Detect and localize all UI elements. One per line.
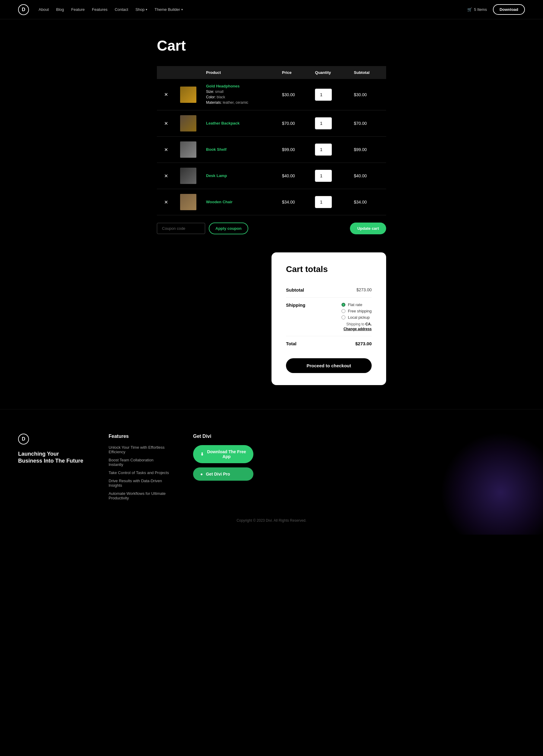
shipping-flat-rate[interactable]: Flat rate [342, 302, 372, 307]
product-image [180, 168, 196, 184]
copyright-text: Copyright © 2023 Divi. All Rights Reserv… [236, 518, 307, 523]
footer-logo: D [18, 434, 29, 444]
product-image [180, 87, 196, 103]
footer-get-divi-col: Get Divi ⬇ Download The Free App ● Get D… [193, 434, 253, 500]
cart-table-body: ✕Gold HeadphonesSize: smallColor: blackM… [157, 79, 386, 215]
nav-shop-dropdown[interactable]: Shop [135, 7, 147, 12]
footer-get-divi-title: Get Divi [193, 434, 253, 439]
table-row: ✕Wooden Chair$34.00$34.00 [157, 189, 386, 215]
nav-blog[interactable]: Blog [56, 7, 64, 12]
footer-feature-link[interactable]: Automate Workflows for Ultimate Producti… [109, 491, 169, 500]
subtotal-label: Subtotal [286, 287, 304, 293]
nav-about[interactable]: About [39, 7, 49, 12]
product-subtotal: $99.00 [349, 137, 386, 163]
shipping-row: Shipping Flat rate Free shipping [286, 298, 372, 336]
footer-feature-link[interactable]: Drive Results with Data-Driven Insights [109, 479, 169, 488]
nav-feature[interactable]: Feature [71, 7, 85, 12]
nav-contact[interactable]: Contact [115, 7, 128, 12]
footer-features-col: Features Unlock Your Time with Effortles… [109, 434, 169, 500]
col-price: Price [277, 66, 311, 79]
footer-tagline: Launching Your Business Into The Future [18, 451, 84, 465]
download-icon: ⬇ [200, 452, 204, 457]
quantity-input[interactable] [315, 170, 332, 182]
shipping-pickup-radio[interactable] [342, 315, 346, 319]
nav-links: About Blog Feature Features Contact Shop… [39, 7, 467, 12]
get-divi-pro-label: Get Divi Pro [206, 472, 230, 476]
product-subtotal: $34.00 [349, 189, 386, 215]
shipping-flat-rate-radio[interactable] [342, 303, 346, 307]
footer-feature-link[interactable]: Take Control of Tasks and Projects [109, 470, 169, 475]
product-price: $30.00 [277, 79, 311, 110]
cart-totals-box: Cart totals Subtotal $273.00 Shipping Fl… [272, 252, 386, 385]
nav-features[interactable]: Features [92, 7, 107, 12]
cart-table: Product Price Quantity Subtotal ✕Gold He… [157, 66, 386, 215]
quantity-input[interactable] [315, 89, 332, 101]
table-row: ✕Gold HeadphonesSize: smallColor: blackM… [157, 79, 386, 110]
cart-count: 5 Items [474, 7, 487, 12]
footer-feature-link[interactable]: Boost Team Collaboration Instantly [109, 458, 169, 467]
footer: D Launching Your Business Into The Futur… [0, 409, 543, 535]
get-divi-pro-button[interactable]: ● Get Divi Pro [193, 467, 253, 481]
nav-download-button[interactable]: Download [493, 4, 525, 15]
update-cart-button[interactable]: Update cart [350, 223, 386, 234]
product-name[interactable]: Wooden Chair [206, 200, 273, 204]
coupon-row: Apply coupon Update cart [157, 223, 386, 234]
footer-content: D Launching Your Business Into The Futur… [18, 434, 525, 500]
quantity-input[interactable] [315, 196, 332, 208]
product-name[interactable]: Gold Headphones [206, 84, 273, 88]
footer-feature-link[interactable]: Unlock Your Time with Effortless Efficie… [109, 445, 169, 454]
table-row: ✕Book Shelf$99.00$99.00 [157, 137, 386, 163]
shipping-flat-rate-label: Flat rate [348, 302, 362, 307]
product-name[interactable]: Leather Backpack [206, 121, 273, 125]
product-price: $70.00 [277, 110, 311, 137]
product-price: $99.00 [277, 137, 311, 163]
total-row: Total $273.00 [286, 336, 372, 351]
table-row: ✕Leather Backpack$70.00$70.00 [157, 110, 386, 137]
quantity-input[interactable] [315, 117, 332, 129]
shipping-options: Flat rate Free shipping Local pickup [342, 302, 372, 320]
product-subtotal: $70.00 [349, 110, 386, 137]
product-meta: Color: black [206, 94, 273, 100]
remove-item-button[interactable]: ✕ [162, 198, 170, 206]
cart-totals-wrapper: Cart totals Subtotal $273.00 Shipping Fl… [157, 252, 386, 385]
total-value: $273.00 [355, 341, 372, 346]
divi-pro-icon: ● [200, 472, 203, 476]
product-meta: Size: small [206, 89, 273, 94]
coupon-input[interactable] [157, 223, 205, 234]
remove-item-button[interactable]: ✕ [162, 90, 170, 99]
apply-coupon-button[interactable]: Apply coupon [209, 223, 248, 234]
shipping-free-label: Free shipping [348, 309, 372, 313]
shipping-free[interactable]: Free shipping [342, 309, 372, 313]
product-image [180, 115, 196, 131]
navbar: D About Blog Feature Features Contact Sh… [0, 0, 543, 19]
footer-brand: D Launching Your Business Into The Futur… [18, 434, 84, 500]
product-image [180, 194, 196, 210]
col-quantity: Quantity [310, 66, 349, 79]
product-image [180, 141, 196, 158]
remove-item-button[interactable]: ✕ [162, 119, 170, 128]
footer-feature-links: Unlock Your Time with Effortless Efficie… [109, 445, 169, 500]
product-meta: Materials: leather, ceramic [206, 100, 273, 105]
footer-features-title: Features [109, 434, 169, 439]
checkout-button[interactable]: Proceed to checkout [286, 358, 372, 373]
nav-cart[interactable]: 🛒 5 Items [467, 7, 487, 12]
change-address-link[interactable]: Change address [342, 327, 372, 331]
product-name[interactable]: Book Shelf [206, 147, 273, 152]
remove-item-button[interactable]: ✕ [162, 146, 170, 154]
footer-bottom: Copyright © 2023 Divi. All Rights Reserv… [18, 518, 525, 523]
shipping-free-radio[interactable] [342, 309, 346, 313]
download-app-button[interactable]: ⬇ Download The Free App [193, 445, 253, 463]
nav-logo[interactable]: D [18, 4, 29, 15]
col-image [175, 66, 201, 79]
shipping-pickup[interactable]: Local pickup [342, 315, 372, 320]
nav-theme-builder-dropdown[interactable]: Theme Builder [154, 7, 183, 12]
shipping-destination: Shipping to CA. [342, 322, 372, 326]
product-name[interactable]: Desk Lamp [206, 173, 273, 178]
download-app-label: Download The Free App [207, 449, 246, 459]
quantity-input[interactable] [315, 144, 332, 156]
remove-item-button[interactable]: ✕ [162, 172, 170, 180]
cart-totals-title: Cart totals [286, 264, 372, 274]
product-price: $34.00 [277, 189, 311, 215]
coupon-left: Apply coupon [157, 223, 248, 234]
table-row: ✕Desk Lamp$40.00$40.00 [157, 163, 386, 189]
